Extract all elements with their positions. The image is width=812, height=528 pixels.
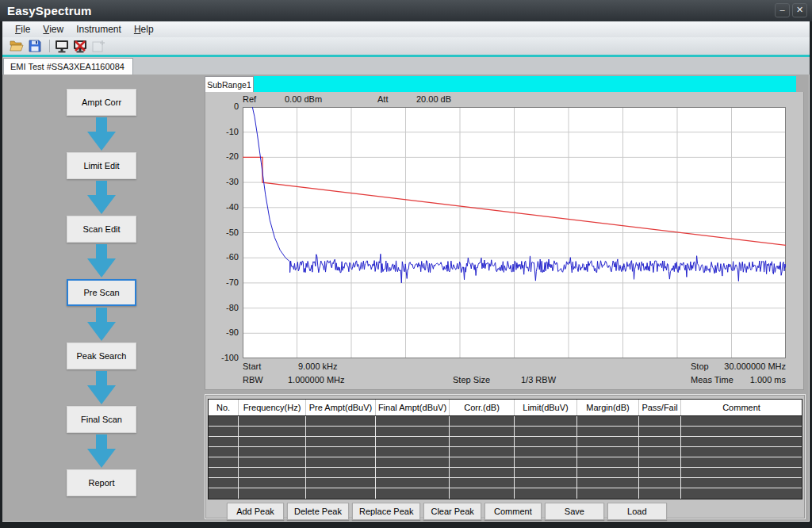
table-cell — [515, 416, 577, 426]
table-row[interactable] — [209, 457, 802, 468]
table-cell — [515, 447, 577, 457]
table-cell — [306, 457, 376, 467]
open-file-icon[interactable] — [9, 39, 25, 54]
table-cell — [239, 488, 306, 499]
comment-button[interactable]: Comment — [485, 503, 542, 520]
connect-instrument-icon[interactable] — [54, 39, 70, 54]
table-cell — [515, 478, 577, 488]
table-cell — [450, 437, 515, 446]
spectrum-plot — [243, 107, 786, 358]
new-test-icon[interactable] — [90, 39, 106, 54]
peak-table-header: No.Frequency(Hz)Pre Ampt(dBuV)Final Ampt… — [209, 400, 802, 416]
title-bar: EasySpectrum – ✕ — [0, 0, 812, 21]
table-cell — [306, 478, 376, 488]
step-button-final-scan[interactable]: Final Scan — [67, 406, 136, 433]
start-label: Start — [243, 362, 261, 371]
step-button-peak-search[interactable]: Peak Search — [67, 342, 136, 369]
table-cell — [450, 416, 515, 426]
y-tick-label: -80 — [205, 303, 239, 312]
delete-peak-button[interactable]: Delete Peak — [287, 503, 349, 520]
column-header: Final Ampt(dBuV) — [376, 400, 450, 415]
att-label: Att — [377, 94, 388, 104]
table-cell — [577, 478, 639, 488]
close-button[interactable]: ✕ — [792, 3, 807, 17]
menu-item-file[interactable]: File — [9, 22, 36, 36]
save-icon[interactable] — [27, 39, 43, 54]
table-row[interactable] — [209, 478, 802, 488]
y-tick-label: -20 — [205, 151, 239, 161]
y-tick-label: -40 — [205, 202, 239, 212]
step-button-report[interactable]: Report — [67, 469, 136, 496]
table-cell — [306, 447, 376, 457]
table-cell — [209, 457, 239, 467]
workflow-sidebar: Ampt CorrLimit EditScan EditPre ScanPeak… — [2, 75, 201, 522]
y-tick-label: -50 — [205, 228, 239, 237]
step-size-label: Step Size — [453, 375, 490, 385]
y-tick-label: -30 — [205, 177, 239, 186]
table-cell — [639, 416, 681, 426]
table-cell — [450, 427, 515, 436]
table-cell — [376, 416, 450, 426]
table-row[interactable] — [209, 447, 802, 457]
add-peak-button[interactable]: Add Peak — [227, 503, 284, 520]
table-cell — [376, 488, 450, 499]
clear-peak-button[interactable]: Clear Peak — [423, 503, 481, 520]
table-cell — [639, 478, 681, 488]
start-value: 9.000 kHz — [298, 362, 338, 371]
subrange-highlight-bar — [254, 76, 796, 92]
down-arrow-icon — [87, 433, 116, 469]
column-header: Frequency(Hz) — [239, 400, 306, 415]
step-button-ampt-corr[interactable]: Ampt Corr — [67, 89, 136, 116]
table-cell — [239, 427, 306, 436]
table-row[interactable] — [209, 427, 802, 437]
table-cell — [515, 437, 577, 446]
table-row[interactable] — [209, 468, 802, 478]
table-cell — [681, 468, 802, 477]
table-cell — [577, 437, 639, 446]
column-header: Comment — [681, 400, 802, 415]
table-row[interactable] — [209, 488, 802, 499]
down-arrow-icon — [87, 369, 116, 406]
load-button[interactable]: Load — [607, 503, 667, 520]
down-arrow-icon — [87, 306, 116, 342]
table-cell — [577, 416, 639, 426]
replace-peak-button[interactable]: Replace Peak — [352, 503, 421, 520]
column-header: Margin(dB) — [577, 400, 639, 415]
table-cell — [376, 468, 450, 477]
menu-item-instrument[interactable]: Instrument — [70, 22, 128, 36]
table-cell — [639, 427, 681, 436]
table-cell — [681, 416, 802, 426]
y-tick-label: 0 — [205, 101, 239, 111]
y-tick-label: -60 — [205, 252, 239, 262]
table-cell — [681, 427, 802, 436]
table-cell — [376, 447, 450, 457]
tab-subrange1[interactable]: SubRange1 — [205, 76, 254, 92]
step-button-pre-scan[interactable]: Pre Scan — [67, 279, 136, 306]
table-cell — [306, 416, 376, 426]
table-cell — [209, 427, 239, 436]
menu-item-help[interactable]: Help — [128, 22, 160, 36]
window-title: EasySpectrum — [0, 4, 92, 17]
tab-emi-test[interactable]: EMI Test #SSA3XEA1160084 — [3, 58, 133, 75]
table-cell — [639, 468, 681, 477]
table-cell — [376, 427, 450, 436]
subrange-tab-bar: SubRange1 — [205, 76, 796, 92]
step-button-scan-edit[interactable]: Scan Edit — [67, 216, 136, 243]
save-button[interactable]: Save — [545, 503, 604, 520]
table-cell — [577, 457, 639, 467]
att-value: 20.00 dB — [416, 94, 451, 104]
table-row[interactable] — [209, 416, 802, 427]
toolbar — [2, 37, 810, 55]
table-row[interactable] — [209, 437, 802, 447]
table-cell — [515, 488, 577, 499]
table-cell — [209, 416, 239, 426]
step-button-limit-edit[interactable]: Limit Edit — [67, 152, 136, 179]
minimize-button[interactable]: – — [775, 3, 790, 17]
table-cell — [515, 468, 577, 477]
table-cell — [209, 478, 239, 488]
disconnect-instrument-icon[interactable] — [72, 39, 88, 54]
table-cell — [209, 447, 239, 457]
main-area: Ampt CorrLimit EditScan EditPre ScanPeak… — [2, 75, 810, 522]
menu-item-view[interactable]: View — [36, 22, 70, 36]
y-tick-label: -90 — [205, 327, 239, 337]
